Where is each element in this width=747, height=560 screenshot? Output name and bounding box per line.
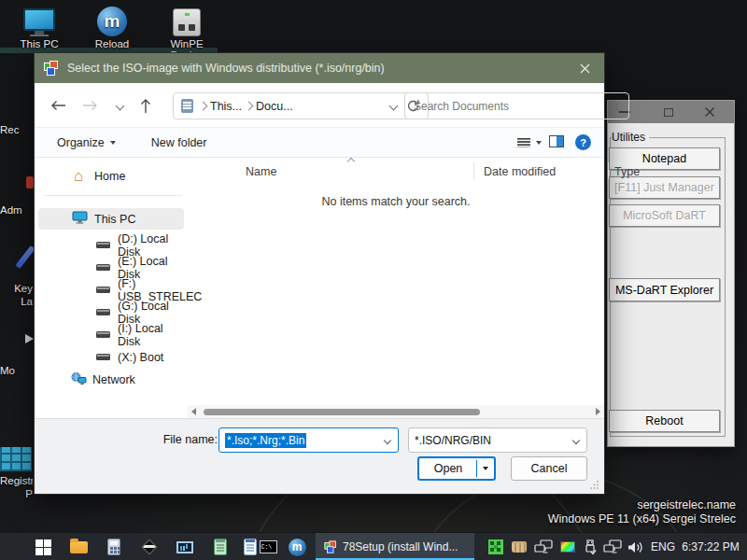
watermark-line2: Windows PE 11 (x64) Sergei Strelec [548, 512, 736, 526]
taskbar: C:\ m 78Setup (install Wind... [0, 532, 747, 560]
cmd-icon: C:\ [260, 540, 277, 553]
empty-folder-message: No items match your search. [188, 195, 604, 208]
column-header-date-modified[interactable]: Date modified [484, 165, 556, 178]
tray-green-app[interactable] [486, 533, 505, 560]
utilites-window: Utilites Notepad [F11] Just Manager Micr… [607, 100, 735, 447]
help-button[interactable]: ? [575, 134, 591, 150]
sidebar-item-this-pc[interactable]: This PC [38, 208, 184, 230]
tray-usb[interactable] [581, 533, 599, 560]
taskbar-calculator[interactable] [103, 533, 125, 560]
desktop-icon-reload[interactable]: m Reload [78, 3, 146, 49]
breadcrumb-this-pc[interactable]: This... [206, 100, 246, 113]
sidebar-item-label: This PC [94, 213, 135, 226]
file-name-combobox[interactable]: *.Iso;*.Nrg;*.Bin [218, 427, 399, 453]
tray-basket-app[interactable] [510, 533, 529, 560]
view-mode-button[interactable] [517, 138, 542, 147]
open-dropdown-icon[interactable] [483, 467, 488, 470]
dialog-sidebar: ⌂ Home This PC (D:) Local Disk (E:) Loca… [35, 158, 188, 403]
column-divider[interactable] [473, 162, 474, 179]
taskbar-active-task-78setup[interactable]: 78Setup (install Wind... [316, 533, 474, 560]
pen-icon-fragment [15, 245, 35, 269]
taskbar-eraser-tool[interactable] [138, 533, 161, 560]
split-divider [476, 460, 477, 477]
sidebar-item-drive-x[interactable]: (X:) Boot [38, 346, 184, 368]
desktop-icon-label-recycle[interactable]: Rec [0, 123, 33, 136]
open-button[interactable]: Open [417, 456, 496, 481]
maximize-button[interactable] [655, 101, 683, 123]
desktop-icon-label-mo[interactable]: Mo [0, 364, 33, 377]
dialog-titlebar[interactable]: Select the ISO-image with Windows distri… [35, 53, 604, 83]
tray-network-2[interactable] [602, 533, 623, 560]
taskbar-reload[interactable]: m [285, 533, 309, 560]
m-circle-icon: m [289, 539, 306, 556]
taskbar-cmd[interactable]: C:\ [256, 533, 280, 560]
taskbar-notepad-green[interactable] [209, 533, 232, 560]
address-dropdown-icon[interactable] [389, 102, 399, 111]
desktop-icon-label: Reload [78, 38, 146, 49]
desktop-icon-label-key[interactable]: KeyLa [0, 282, 33, 308]
start-button[interactable] [32, 533, 54, 560]
cancel-button[interactable]: Cancel [511, 456, 587, 481]
taskbar-file-explorer[interactable] [67, 533, 90, 560]
column-divider[interactable] [608, 162, 609, 179]
dropdown-arrow-icon [536, 141, 542, 145]
sort-ascending-icon [347, 158, 355, 165]
language-indicator[interactable]: ENG [648, 533, 678, 560]
taskbar-clock[interactable]: 6:37:22 PM [680, 533, 741, 560]
file-type-combobox[interactable]: *.ISO/NRG/BIN [408, 427, 587, 453]
list-header: Name Date modified Type [188, 158, 604, 184]
document-icon [181, 99, 193, 113]
file-type-value: *.ISO/NRG/BIN [415, 434, 491, 447]
preview-pane-button[interactable] [549, 135, 564, 150]
desktop-icon-label-registry[interactable]: RegistrP [0, 474, 33, 500]
horizontal-scrollbar[interactable] [188, 405, 604, 418]
scrollbar-thumb[interactable] [204, 409, 480, 415]
scroll-right-icon[interactable] [596, 408, 600, 415]
forward-icon[interactable] [78, 94, 102, 117]
calculator-icon [107, 539, 120, 555]
back-icon[interactable] [46, 94, 70, 117]
tray-display-color[interactable] [557, 533, 578, 560]
chevron-down-icon[interactable] [572, 436, 580, 443]
sidebar-item-drive-d[interactable]: (D:) Local Disk [38, 234, 184, 256]
registry-icon-fragment [0, 447, 32, 471]
desktop-icon-label-adm[interactable]: Adm [0, 203, 33, 217]
close-icon[interactable] [565, 53, 604, 83]
notepad-icon [244, 539, 257, 555]
partial-icon [26, 176, 34, 189]
resize-grip[interactable] [589, 480, 599, 490]
ms-dart-explorer-button[interactable]: MS-DaRT Explorer [609, 278, 720, 301]
sidebar-item-network[interactable]: Network [38, 369, 184, 390]
column-header-type[interactable]: Type [614, 165, 640, 178]
sidebar-item-drive-f[interactable]: (F:) USB_STRELEC [38, 279, 184, 301]
sidebar-item-drive-g[interactable]: (G:) Local Disk [38, 301, 184, 323]
search-input[interactable] [414, 100, 608, 113]
sidebar-item-drive-i[interactable]: (I:) Local Disk [38, 324, 184, 345]
breadcrumb-documents[interactable]: Docu... [252, 100, 297, 113]
chevron-down-icon[interactable] [384, 436, 391, 443]
open-file-dialog: Select the ISO-image with Windows distri… [34, 52, 605, 495]
close-icon[interactable] [696, 101, 724, 123]
tray-network-app[interactable] [533, 533, 554, 560]
active-task-label: 78Setup (install Wind... [343, 540, 458, 553]
sidebar-item-label: (X:) Boot [118, 351, 163, 364]
scroll-left-icon[interactable] [191, 408, 196, 415]
new-folder-button[interactable]: New folder [151, 136, 207, 149]
organize-button[interactable]: Organize [57, 136, 116, 149]
up-icon[interactable] [134, 94, 158, 117]
setup-app-icon [44, 61, 60, 77]
home-icon: ⌂ [74, 170, 91, 183]
desktop-icon-this-pc[interactable]: This PC [6, 3, 73, 49]
sidebar-item-label: Network [92, 373, 135, 386]
sidebar-item-drive-e[interactable]: (E:) Local Disk [38, 257, 184, 278]
taskbar-system-monitor[interactable] [174, 533, 196, 560]
column-header-name[interactable]: Name [246, 165, 276, 178]
monitor-chart-icon [176, 541, 193, 553]
tray-volume[interactable] [626, 533, 646, 560]
reboot-button[interactable]: Reboot [609, 410, 720, 432]
file-name-value[interactable]: *.Iso;*.Nrg;*.Bin [225, 433, 306, 448]
drive-icon [96, 354, 110, 360]
history-chevron-icon[interactable] [107, 94, 132, 117]
address-bar[interactable]: This... Docu... [173, 92, 429, 119]
sidebar-item-home[interactable]: ⌂ Home [38, 165, 184, 187]
